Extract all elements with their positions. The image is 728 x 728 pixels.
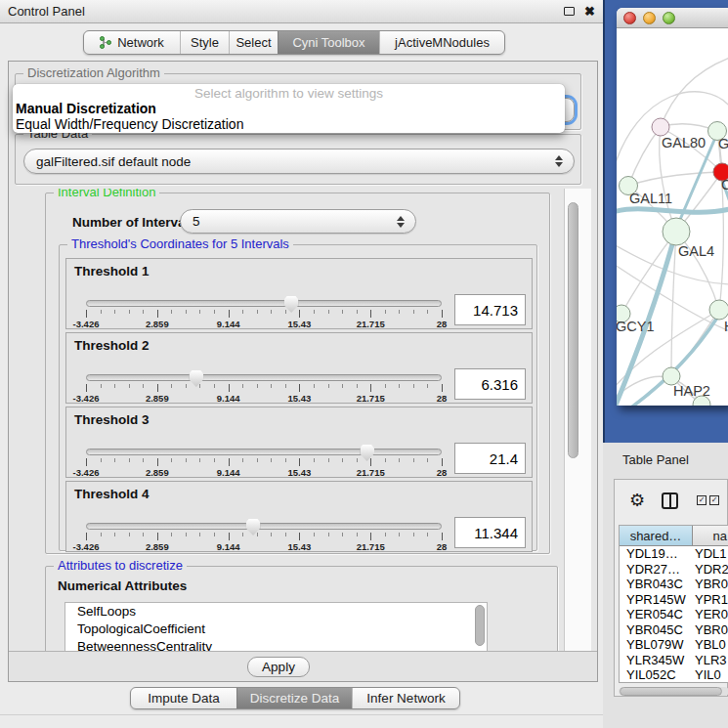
numerical-attributes-list[interactable]: SelfLoopsTopologicalCoefficientBetweenne… <box>64 602 488 652</box>
node-gal4[interactable] <box>663 218 690 245</box>
slider-tick-labels: -3.4262.8599.14415.4321.71528 <box>86 467 442 478</box>
slider-ticks <box>86 533 442 541</box>
group-title: Threshold's Coordinates for 5 Intervals <box>67 237 293 251</box>
checkbox-icon: ✓ <box>697 495 707 505</box>
table-toolbar: ⚙ ✓ ✓ <box>615 480 727 521</box>
threshold-label: Threshold 1 <box>74 264 150 278</box>
horizontal-scrollbar[interactable] <box>619 687 728 696</box>
tab-label: Discretize Data <box>250 691 340 706</box>
float-window-icon[interactable] <box>564 7 575 16</box>
table-row[interactable]: YIL052CYIL0 <box>620 667 728 683</box>
close-icon[interactable]: ✖ <box>584 5 595 18</box>
network-canvas[interactable]: GAL80 GA C GAL11 GAL4 GCY1 HA HAP2 <box>617 28 728 406</box>
popup-placeholder: Select algorithm to view settings <box>13 84 565 101</box>
svg-text:GAL80: GAL80 <box>662 135 706 150</box>
number-of-intervals-label: Number of Intervals <box>72 215 196 230</box>
table-header-row: shared… na <box>620 526 728 546</box>
threshold-label: Threshold 2 <box>74 338 150 353</box>
slider-track[interactable] <box>86 374 442 381</box>
interval-definition-group: Interval Definition Number of Intervals … <box>45 193 550 554</box>
threshold-value-field[interactable]: 11.344 <box>454 517 526 548</box>
top-tab-bar: NetworkStyleSelectCyni ToolboxjActiveMNo… <box>83 30 505 55</box>
table-row[interactable]: YLR345WYLR3 <box>620 653 728 668</box>
cell-shared-name: YBL079W <box>620 637 693 653</box>
slider-tick-labels: -3.4262.8599.14415.4321.71528 <box>86 319 442 329</box>
tab-cyni-toolbox[interactable]: Cyni Toolbox <box>278 31 379 54</box>
attribute-item[interactable]: SelfLoops <box>65 603 487 621</box>
scrollbar-thumb[interactable] <box>568 202 578 458</box>
zoom-traffic-icon[interactable] <box>663 12 675 24</box>
table-row[interactable]: YPR145WYPR1 <box>620 592 728 608</box>
network-window-titlebar <box>617 8 728 28</box>
popup-option-equal-width-frequency[interactable]: Equal Width/Frequency Discretization <box>13 116 565 132</box>
minimize-traffic-icon[interactable] <box>643 12 656 24</box>
tab-select[interactable]: Select <box>229 31 278 54</box>
node-table[interactable]: shared… na YDL19…YDL1YDR27…YDR2YBR043CYB… <box>619 525 728 683</box>
table-data-combobox[interactable]: galFiltered.sif default node <box>23 149 575 174</box>
attribute-item[interactable]: TopologicalCoefficient <box>65 621 487 638</box>
column-header-shared-name[interactable]: shared… <box>620 526 693 545</box>
popup-option-manual-discretization[interactable]: Manual Discretization <box>13 101 565 116</box>
table-data-selected: galFiltered.sif default node <box>36 154 191 169</box>
threshold-value-field[interactable]: 14.713 <box>454 294 526 325</box>
tab-label: Cyni Toolbox <box>292 35 364 50</box>
select-columns-icon[interactable]: ✓ ✓ <box>697 495 719 505</box>
algorithm-dropdown-popup: Select algorithm to view settings Manual… <box>13 84 565 133</box>
table-row[interactable]: YBR045CYBR0 <box>620 622 728 638</box>
table-row[interactable]: YDL19…YDL1 <box>620 546 728 562</box>
table-row[interactable]: YBL079WYBL0 <box>620 637 728 653</box>
threshold-box: Threshold 4 -3.4262.8599.14415.4321.7152… <box>65 481 533 552</box>
cell-name: YER0 <box>693 607 728 622</box>
attribute-item[interactable]: BetweennessCentrality <box>65 638 487 652</box>
cell-name: YDL1 <box>693 546 728 562</box>
apply-button[interactable]: Apply <box>247 657 310 677</box>
table-panel-body: ⚙ ✓ ✓ shared… na YDL19…YDL1YDR27…YDR2YBR… <box>614 479 728 697</box>
stepper-icon <box>555 155 563 167</box>
node-gal80[interactable] <box>652 118 669 136</box>
threshold-value-field[interactable]: 21.4 <box>454 443 526 474</box>
threshold-value-field[interactable]: 6.316 <box>454 368 526 400</box>
threshold-list: Threshold 1 -3.4262.8599.14415.4321.7152… <box>65 258 533 555</box>
node-right-h[interactable] <box>709 300 728 320</box>
vertical-scrollbar[interactable] <box>564 189 591 652</box>
tab-network[interactable]: Network <box>84 31 180 54</box>
tab-impute-data[interactable]: Impute Data <box>131 688 236 708</box>
cell-shared-name: YER054C <box>620 607 693 622</box>
desktop-background: GAL80 GA C GAL11 GAL4 GCY1 HA HAP2 <box>603 0 728 443</box>
slider-track[interactable] <box>86 449 442 455</box>
table-row[interactable]: YER054CYER0 <box>620 607 728 622</box>
number-of-intervals-combobox[interactable]: 5 <box>180 209 416 234</box>
close-traffic-icon[interactable] <box>623 12 636 24</box>
threshold-slider[interactable]: -3.4262.8599.14415.4321.71528 <box>86 519 442 552</box>
svg-text:HA: HA <box>724 319 728 334</box>
column-header-name[interactable]: na <box>693 526 728 545</box>
slider-track[interactable] <box>86 523 442 530</box>
control-panel-titlebar: Control Panel ✖ <box>0 0 603 23</box>
tab-infer-network[interactable]: Infer Network <box>352 688 459 708</box>
threshold-box: Threshold 1 -3.4262.8599.14415.4321.7152… <box>65 258 533 329</box>
table-panel: Table Panel ⚙ ✓ ✓ shared… na YDL19…YDL1Y… <box>603 443 728 728</box>
tab-jactivemnodules[interactable]: jActiveMNodules <box>379 31 504 54</box>
thresholds-group: Threshold's Coordinates for 5 Intervals … <box>59 244 537 551</box>
threshold-slider[interactable]: -3.4262.8599.14415.4321.71528 <box>86 370 442 404</box>
tab-label: Infer Network <box>366 691 445 706</box>
threshold-slider[interactable]: -3.4262.8599.14415.4321.71528 <box>86 445 442 478</box>
list-scrollbar[interactable] <box>475 605 485 646</box>
tab-label: Style <box>191 35 219 50</box>
tab-discretize-data[interactable]: Discretize Data <box>236 688 352 708</box>
tab-style[interactable]: Style <box>180 31 229 54</box>
table-rows: YDL19…YDL1YDR27…YDR2YBR043CYBR0YPR145WYP… <box>620 546 728 683</box>
slider-track[interactable] <box>86 300 442 307</box>
svg-text:GAL11: GAL11 <box>629 191 672 206</box>
cell-name: YLR3 <box>693 653 728 668</box>
network-view-window[interactable]: GAL80 GA C GAL11 GAL4 GCY1 HA HAP2 <box>617 8 728 406</box>
scrollbar-thumb[interactable] <box>620 687 722 696</box>
svg-text:HAP2: HAP2 <box>673 383 710 399</box>
threshold-slider[interactable]: -3.4262.8599.14415.4321.71528 <box>86 296 442 329</box>
tab-label: Impute Data <box>148 691 220 706</box>
split-view-icon[interactable] <box>662 492 678 509</box>
table-row[interactable]: YBR043CYBR0 <box>620 577 728 592</box>
gear-icon[interactable]: ⚙ <box>629 492 645 509</box>
table-row[interactable]: YDR27…YDR2 <box>620 562 728 578</box>
svg-text:GCY1: GCY1 <box>617 319 655 334</box>
